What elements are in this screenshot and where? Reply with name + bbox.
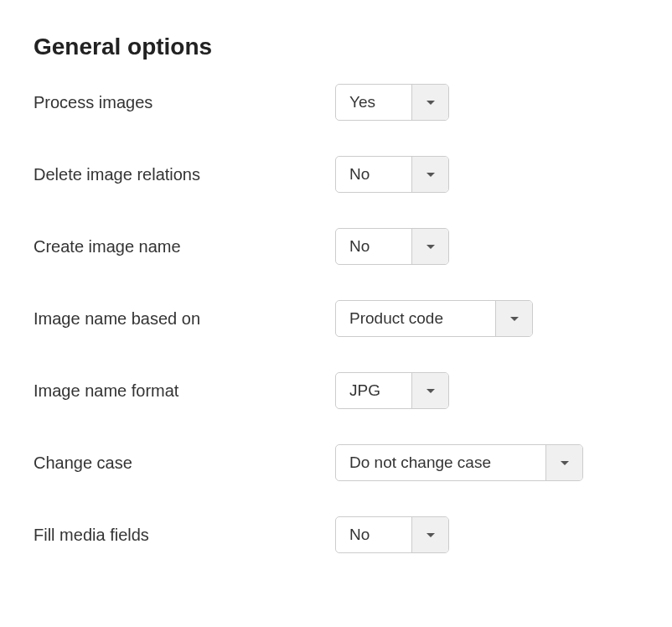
process-images-label: Process images xyxy=(34,93,335,112)
section-heading: General options xyxy=(34,34,638,60)
change-case-label: Change case xyxy=(34,453,335,473)
image-name-based-on-value: Product code xyxy=(336,301,495,336)
change-case-select[interactable]: Do not change case xyxy=(335,444,583,481)
image-name-based-on-dropdown-button[interactable] xyxy=(495,301,532,336)
chevron-down-icon xyxy=(510,317,519,321)
chevron-down-icon xyxy=(426,173,435,177)
field-create-image-name: Create image name No xyxy=(34,228,638,265)
image-name-based-on-label: Image name based on xyxy=(34,309,335,329)
create-image-name-dropdown-button[interactable] xyxy=(411,229,448,264)
change-case-value: Do not change case xyxy=(336,445,545,480)
fill-media-fields-select[interactable]: No xyxy=(335,516,449,553)
field-image-name-based-on: Image name based on Product code xyxy=(34,300,638,337)
field-change-case: Change case Do not change case xyxy=(34,444,638,481)
chevron-down-icon xyxy=(426,245,435,249)
field-fill-media-fields: Fill media fields No xyxy=(34,516,638,553)
delete-image-relations-label: Delete image relations xyxy=(34,165,335,184)
fill-media-fields-label: Fill media fields xyxy=(34,526,335,545)
create-image-name-label: Create image name xyxy=(34,237,335,256)
chevron-down-icon xyxy=(426,101,435,105)
process-images-dropdown-button[interactable] xyxy=(411,85,448,120)
image-name-based-on-select[interactable]: Product code xyxy=(335,300,533,337)
image-name-format-value: JPG xyxy=(336,373,411,408)
image-name-format-dropdown-button[interactable] xyxy=(411,373,448,408)
fill-media-fields-dropdown-button[interactable] xyxy=(411,517,448,552)
field-process-images: Process images Yes xyxy=(34,84,638,121)
field-image-name-format: Image name format JPG xyxy=(34,372,638,409)
create-image-name-value: No xyxy=(336,229,411,264)
image-name-format-label: Image name format xyxy=(34,381,335,401)
process-images-select[interactable]: Yes xyxy=(335,84,449,121)
fill-media-fields-value: No xyxy=(336,517,411,552)
delete-image-relations-value: No xyxy=(336,157,411,192)
process-images-value: Yes xyxy=(336,85,411,120)
field-delete-image-relations: Delete image relations No xyxy=(34,156,638,193)
chevron-down-icon xyxy=(426,389,435,393)
create-image-name-select[interactable]: No xyxy=(335,228,449,265)
chevron-down-icon xyxy=(561,461,569,465)
delete-image-relations-dropdown-button[interactable] xyxy=(411,157,448,192)
change-case-dropdown-button[interactable] xyxy=(545,445,582,480)
delete-image-relations-select[interactable]: No xyxy=(335,156,449,193)
image-name-format-select[interactable]: JPG xyxy=(335,372,449,409)
chevron-down-icon xyxy=(426,533,435,537)
